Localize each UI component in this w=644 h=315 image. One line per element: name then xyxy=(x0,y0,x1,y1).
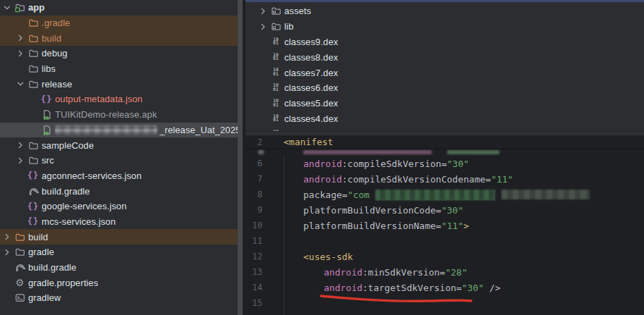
tree-item-label: gradle xyxy=(28,247,54,257)
tree-row-google-services-json[interactable]: {}google-services.json xyxy=(0,199,238,214)
chevron-right-icon[interactable] xyxy=(258,22,268,32)
tree-row-src[interactable]: src xyxy=(0,153,238,168)
code-text: package="com xyxy=(284,190,590,200)
tree-row-mcs-services-json[interactable]: {}mcs-services.json xyxy=(0,214,238,230)
code-token: :minSdkVersion= xyxy=(363,267,445,278)
code-line[interactable]: 8package="com xyxy=(245,187,644,202)
dex-file-icon: 1001 xyxy=(270,67,281,78)
tree-item-label: gradlew xyxy=(28,292,61,303)
code-token: > xyxy=(463,221,469,231)
chevron-right-icon[interactable] xyxy=(258,6,268,16)
tree-row-libs[interactable]: libs xyxy=(0,61,238,77)
chevron-right-icon[interactable] xyxy=(2,232,12,242)
chevron-spacer xyxy=(16,202,25,211)
list-row-classes6-dex[interactable]: 1001classes6.dex xyxy=(245,80,644,96)
code-editor[interactable]: 2<manifest6android:compileSdkVersion="30… xyxy=(245,135,644,315)
apk-file-icon xyxy=(41,124,52,135)
chevron-spacer xyxy=(16,216,25,226)
tree-row-gradle[interactable]: .gradle xyxy=(0,16,238,31)
tree-item-label: gradle.properties xyxy=(28,278,98,288)
list-row-clipped[interactable]: 1001 xyxy=(245,126,644,131)
code-text: android:targetSdkVersion="30" /> xyxy=(284,283,500,293)
tree-item-label: build.gradle xyxy=(28,262,76,273)
tree-row-release[interactable]: release xyxy=(0,76,238,92)
braces-glyph: {} xyxy=(28,202,39,211)
code-token: /> xyxy=(484,283,500,293)
folder-icon xyxy=(28,155,39,166)
code-line[interactable]: 15 xyxy=(245,295,644,311)
code-text: android:compileSdkVersion="30" xyxy=(284,159,469,169)
code-token: "11" xyxy=(442,221,463,231)
list-row-lib[interactable]: lib xyxy=(245,19,644,35)
list-item-label: classes4.dex xyxy=(284,113,338,124)
tree-row-build[interactable]: build xyxy=(0,30,238,46)
code-token: <manifest xyxy=(284,137,333,147)
list-row-classes7-dex[interactable]: 1001classes7.dex xyxy=(245,65,644,80)
line-number: 7 xyxy=(245,174,262,184)
redacted-code xyxy=(375,190,495,200)
list-row-classes8-dex[interactable]: 1001classes8.dex xyxy=(245,49,644,65)
tree-row-build-gradle[interactable]: build.gradle xyxy=(0,260,238,276)
tree-row-tuikitdemo-release-apk[interactable]: TUIKitDemo-release.apk xyxy=(0,107,238,123)
code-line[interactable]: 11 xyxy=(245,233,644,249)
chevron-down-icon[interactable] xyxy=(16,79,25,89)
tree-row-build[interactable]: build xyxy=(0,229,238,245)
chevron-right-icon[interactable] xyxy=(16,33,25,43)
project-tree-panel[interactable]: app.gradlebuilddebuglibsrelease{}output-… xyxy=(0,0,238,315)
chevron-right-icon[interactable] xyxy=(16,49,25,58)
tree-row-gradle-properties[interactable]: ⚙gradle.properties xyxy=(0,275,238,290)
tree-item-label: _release_Uat_202508050 xyxy=(159,125,238,135)
binary-glyph: 1001 xyxy=(273,84,279,92)
chevron-right-icon[interactable] xyxy=(2,247,12,257)
code-text: <manifest xyxy=(284,137,333,147)
folder-icon xyxy=(270,21,281,32)
folder-icon xyxy=(28,32,39,44)
folder-icon xyxy=(28,63,39,75)
tree-row-agconnect-services-json[interactable]: {}agconnect-services.json xyxy=(0,168,238,184)
redacted-code xyxy=(502,190,590,199)
code-line[interactable]: 9platformBuildVersionCode="30" xyxy=(245,202,644,218)
tree-row-release-uat-202508050[interactable]: _release_Uat_202508050 xyxy=(0,123,238,138)
tree-row-samplecode[interactable]: sampleCode xyxy=(0,137,238,153)
chevron-spacer xyxy=(29,94,39,104)
panel-splitter[interactable] xyxy=(238,0,243,315)
list-row-classes9-dex[interactable]: 1001classes9.dex xyxy=(245,35,644,50)
code-line[interactable]: 14android:targetSdkVersion="30" /> xyxy=(245,280,644,295)
sticky-code-line[interactable]: 2<manifest xyxy=(245,135,644,149)
chevron-right-icon[interactable] xyxy=(16,156,25,166)
tree-item-label: agconnect-services.json xyxy=(42,171,142,181)
tree-row-output-metadata-json[interactable]: {}output-metadata.json xyxy=(0,92,238,107)
dex-file-icon: 1001 xyxy=(270,36,281,47)
tree-row-gradlew[interactable]: gradlew xyxy=(0,290,238,306)
list-item-label: classes5.dex xyxy=(284,98,338,109)
chevron-right-icon[interactable] xyxy=(16,140,25,150)
tree-row-app[interactable]: app xyxy=(0,0,238,16)
tree-item-label: libs xyxy=(42,63,56,74)
chevron-spacer xyxy=(16,171,25,180)
dex-file-icon: 1001 xyxy=(270,98,281,109)
code-line[interactable]: 13android:minSdkVersion="28" xyxy=(245,264,644,280)
chevron-down-icon[interactable] xyxy=(2,3,12,13)
code-line[interactable]: 7android:compileSdkVersionCodename="11" xyxy=(245,171,644,187)
code-line[interactable]: 12<uses-sdk xyxy=(245,249,644,264)
apk-contents-panel[interactable]: assetslib1001classes9.dex1001classes8.de… xyxy=(245,2,644,131)
right-panel: assetslib1001classes9.dex1001classes8.de… xyxy=(245,0,644,315)
list-row-assets[interactable]: assets xyxy=(245,4,644,19)
tree-item-label: src xyxy=(42,155,54,166)
code-text: <uses-sdk xyxy=(284,252,353,262)
list-item-label: assets xyxy=(284,6,311,16)
list-item-label: lib xyxy=(284,21,293,32)
line-number: 6 xyxy=(245,159,262,168)
tree-row-build-gradle[interactable]: build.gradle xyxy=(0,183,238,199)
list-row-classes4-dex[interactable]: 1001classes4.dex xyxy=(245,111,644,127)
code-token: "30" xyxy=(447,159,469,169)
tree-row-gradle[interactable]: gradle xyxy=(0,245,238,260)
code-token: platformBuildVersionName= xyxy=(303,221,442,231)
code-text: platformBuildVersionCode="30" xyxy=(284,205,463,216)
code-line[interactable]: 6android:compileSdkVersion="30" xyxy=(245,156,644,171)
tree-row-debug[interactable]: debug xyxy=(0,46,238,61)
list-row-classes5-dex[interactable]: 1001classes5.dex xyxy=(245,96,644,111)
chevron-spacer xyxy=(258,99,268,109)
code-line[interactable]: 10platformBuildVersionName="11"> xyxy=(245,218,644,233)
apk-file-icon xyxy=(41,109,52,121)
